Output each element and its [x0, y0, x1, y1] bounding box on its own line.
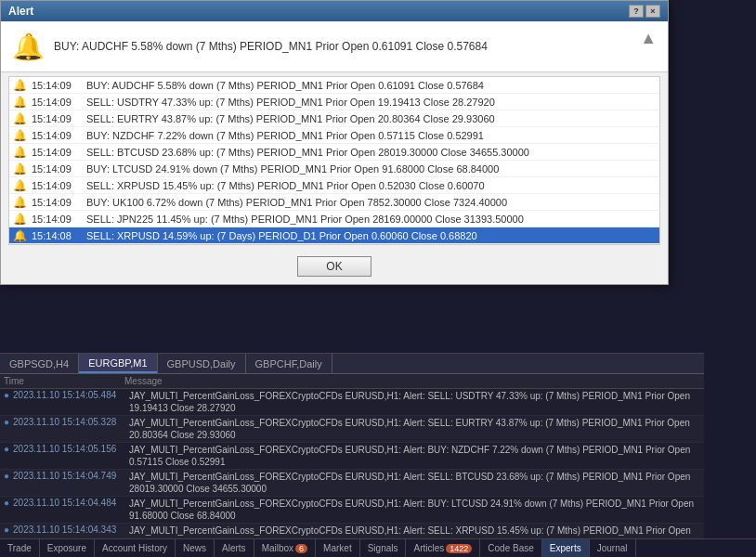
messages-table: ● 2023.11.10 15:14:05.484 JAY_MULTI_Perc… — [0, 389, 704, 557]
status-item-experts[interactable]: Experts — [542, 539, 590, 557]
alert-bell-icon: 🔔 — [13, 79, 28, 92]
message-text: JAY_MULTI_PercentGainLoss_FOREXCryptoCFD… — [129, 417, 700, 441]
alert-time: 15:14:09 — [32, 80, 83, 91]
alert-row-text: BUY: UK100 6.72% down (7 Mths) PERIOD_MN… — [86, 197, 656, 208]
message-text: JAY_MULTI_PercentGainLoss_FOREXCryptoCFD… — [129, 444, 700, 468]
messages-header: Time Message — [0, 374, 704, 389]
status-item-code-base[interactable]: Code Base — [480, 539, 541, 557]
message-row: ● 2023.11.10 15:14:04.749 JAY_MULTI_Perc… — [0, 470, 704, 497]
status-badge: 6 — [295, 544, 307, 553]
status-item-mailbox[interactable]: Mailbox6 — [254, 539, 316, 557]
alert-bell-icon: 🔔 — [13, 129, 28, 142]
alert-row-text: SELL: JPN225 11.45% up: (7 Mths) PERIOD_… — [86, 214, 656, 225]
status-item-articles[interactable]: Articles1422 — [406, 539, 480, 557]
alert-row[interactable]: 🔔 15:14:09 SELL: XRPUSD 15.45% up: (7 Mt… — [9, 177, 659, 194]
status-item-news[interactable]: News — [176, 539, 215, 557]
message-time: 2023.11.10 15:14:04.484 — [13, 498, 129, 508]
alert-row-text: BUY: LTCUSD 24.91% down (7 Mths) PERIOD_… — [86, 163, 656, 175]
alert-row[interactable]: 🔔 15:14:09 SELL: EURTRY 43.87% up: (7 Mt… — [9, 110, 659, 127]
dialog-titlebar: Alert ? × — [1, 1, 668, 21]
status-item-market[interactable]: Market — [316, 539, 360, 557]
alert-time: 15:14:09 — [32, 180, 83, 191]
main-alert-text: BUY: AUDCHF 5.58% down (7 Mths) PERIOD_M… — [54, 40, 488, 53]
status-item-alerts[interactable]: Alerts — [215, 539, 254, 557]
ok-button[interactable]: OK — [297, 256, 371, 277]
message-time: 2023.11.10 15:14:04.343 — [13, 525, 129, 535]
message-time: 2023.11.10 15:14:05.484 — [13, 390, 129, 400]
alert-row-text: BUY: NZDCHF 7.22% down (7 Mths) PERIOD_M… — [86, 130, 656, 141]
alert-bell-icon: 🔔 — [13, 162, 28, 175]
chart-tab-gbpsgd-h4[interactable]: GBPSGD,H4 — [0, 354, 79, 373]
alert-row-text: SELL: EURTRY 43.87% up: (7 Mths) PERIOD_… — [86, 113, 656, 124]
alert-bell-icon: 🔔 — [13, 196, 28, 209]
alert-time: 15:14:09 — [32, 163, 83, 175]
alert-row-text: BUY: AUDCHF 5.58% down (7 Mths) PERIOD_M… — [86, 80, 656, 91]
status-item-journal[interactable]: Journal — [590, 539, 636, 557]
charts-area: GBPSGD,H4EURGBP,M1GBPUSD,DailyGBPCHF,Dai… — [0, 353, 704, 557]
alert-list-container: 🔔 15:14:09 BUY: AUDCHF 5.58% down (7 Mth… — [5, 76, 664, 245]
dialog-controls: ? × — [629, 5, 660, 18]
close-button[interactable]: × — [645, 5, 660, 18]
chart-tab-gbpusd-daily[interactable]: GBPUSD,Daily — [158, 354, 246, 373]
message-time: 2023.11.10 15:14:05.156 — [13, 444, 129, 454]
alert-list[interactable]: 🔔 15:14:09 BUY: AUDCHF 5.58% down (7 Mth… — [8, 76, 660, 245]
help-button[interactable]: ? — [629, 5, 644, 18]
alert-bell-icon: 🔔 — [13, 229, 28, 242]
chart-tab-eurgbp-m1[interactable]: EURGBP,M1 — [79, 354, 157, 373]
alert-time: 15:14:09 — [32, 197, 83, 208]
alert-bell-icon: 🔔 — [13, 213, 28, 226]
chart-tab-gbpchf-daily[interactable]: GBPCHF,Daily — [246, 354, 332, 373]
status-item-signals[interactable]: Signals — [360, 539, 407, 557]
scroll-up-arrow[interactable]: ▲ — [640, 29, 657, 48]
status-badge: 1422 — [446, 544, 472, 553]
message-icon: ● — [4, 525, 9, 535]
alert-row-text: SELL: BTCUSD 23.68% up: (7 Mths) PERIOD_… — [86, 147, 656, 158]
message-time: 2023.11.10 15:14:04.749 — [13, 471, 129, 481]
alert-row[interactable]: 🔔 15:14:09 SELL: BTCUSD 23.68% up: (7 Mt… — [9, 144, 659, 161]
alert-time: 15:14:09 — [32, 113, 83, 124]
alert-dialog: Alert ? × 🔔 BUY: AUDCHF 5.58% down (7 Mt… — [0, 0, 669, 285]
status-item-account-history[interactable]: Account History — [95, 539, 176, 557]
alert-row[interactable]: 🔔 15:14:09 SELL: JPN225 11.45% up: (7 Mt… — [9, 211, 659, 227]
titlebar-left: Alert — [8, 5, 33, 18]
alert-row-text: SELL: XRPUSD 14.59% up: (7 Days) PERIOD_… — [86, 230, 656, 241]
status-bar: TradeExposureAccount HistoryNewsAlertsMa… — [0, 538, 756, 557]
col-message-header: Message — [124, 376, 700, 386]
alert-row-text: SELL: XRPUSD 15.45% up: (7 Mths) PERIOD_… — [86, 180, 656, 191]
alert-bell-icon: 🔔 — [13, 146, 28, 159]
bell-icon-large: 🔔 — [12, 32, 45, 62]
alert-bell-icon: 🔔 — [13, 112, 28, 125]
alert-row[interactable]: 🔔 15:14:09 BUY: UK100 6.72% down (7 Mths… — [9, 194, 659, 211]
message-icon: ● — [4, 417, 9, 427]
message-icon: ● — [4, 390, 9, 400]
alert-row-text: SELL: USDTRY 47.33% up: (7 Mths) PERIOD_… — [86, 97, 656, 108]
col-time-header: Time — [4, 376, 124, 386]
alert-time: 15:14:09 — [32, 214, 83, 225]
message-icon: ● — [4, 498, 9, 508]
alert-row[interactable]: 🔔 15:14:09 SELL: USDTRY 47.33% up: (7 Mt… — [9, 94, 659, 110]
message-icon: ● — [4, 471, 9, 481]
ok-area: OK — [1, 249, 668, 284]
alert-bell-icon: 🔔 — [13, 96, 28, 109]
dialog-title: Alert — [8, 5, 33, 18]
alert-row[interactable]: 🔔 15:14:09 BUY: AUDCHF 5.58% down (7 Mth… — [9, 77, 659, 94]
alert-row[interactable]: 🔔 15:14:08 SELL: XRPUSD 14.59% up: (7 Da… — [9, 227, 659, 244]
alert-time: 15:14:09 — [32, 147, 83, 158]
message-row: ● 2023.11.10 15:14:05.484 JAY_MULTI_Perc… — [0, 389, 704, 416]
alert-row[interactable]: 🔔 15:14:09 BUY: NZDCHF 7.22% down (7 Mth… — [9, 127, 659, 144]
status-item-exposure[interactable]: Exposure — [40, 539, 95, 557]
message-text: JAY_MULTI_PercentGainLoss_FOREXCryptoCFD… — [129, 498, 700, 522]
status-item-trade[interactable]: Trade — [0, 539, 40, 557]
alert-time: 15:14:08 — [32, 230, 83, 241]
tab-bar: GBPSGD,H4EURGBP,M1GBPUSD,DailyGBPCHF,Dai… — [0, 354, 704, 374]
message-row: ● 2023.11.10 15:14:04.484 JAY_MULTI_Perc… — [0, 497, 704, 524]
message-row: ● 2023.11.10 15:14:05.156 JAY_MULTI_Perc… — [0, 443, 704, 470]
message-time: 2023.11.10 15:14:05.328 — [13, 417, 129, 427]
alert-row[interactable]: 🔔 15:14:09 BUY: LTCUSD 24.91% down (7 Mt… — [9, 161, 659, 177]
message-icon: ● — [4, 444, 9, 454]
alert-time: 15:14:09 — [32, 97, 83, 108]
alert-header: 🔔 BUY: AUDCHF 5.58% down (7 Mths) PERIOD… — [1, 21, 668, 72]
message-text: JAY_MULTI_PercentGainLoss_FOREXCryptoCFD… — [129, 390, 700, 414]
message-row: ● 2023.11.10 15:14:05.328 JAY_MULTI_Perc… — [0, 416, 704, 443]
message-text: JAY_MULTI_PercentGainLoss_FOREXCryptoCFD… — [129, 471, 700, 495]
